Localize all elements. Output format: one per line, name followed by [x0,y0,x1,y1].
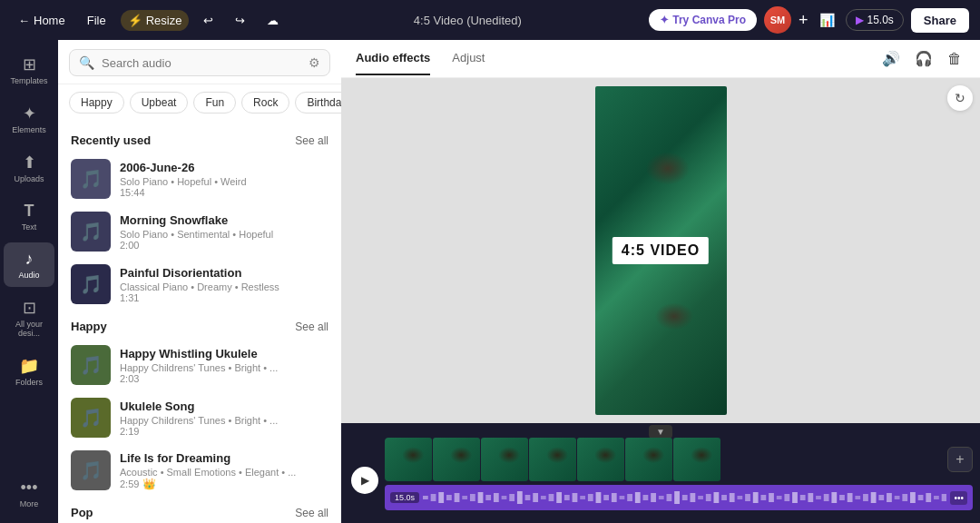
play-icon: ▶ [856,14,864,26]
try-pro-button[interactable]: ✦ Try Canva Pro [649,9,757,31]
analytics-button[interactable]: 📊 [816,9,838,31]
svg-rect-36 [706,494,711,501]
svg-rect-19 [573,493,578,502]
audio-item-life-dreaming[interactable]: 🎵 Life Is for Dreaming Acoustic • Small … [58,444,341,497]
tab-adjust[interactable]: Adjust [452,42,485,75]
redo-button[interactable]: ↪ [228,10,252,31]
svg-rect-22 [596,492,602,503]
svg-rect-65 [934,496,939,499]
audio-meta-2006: Solo Piano • Hopeful • Weird [120,176,328,187]
audio-output-button[interactable]: 🔊 [878,46,904,71]
resize-button[interactable]: ⚡ Resize [121,10,190,31]
svg-rect-12 [517,491,523,504]
tag-birthday[interactable]: Birthda… [295,92,341,113]
search-icon: 🔍 [79,55,94,70]
sidebar-item-audio[interactable]: ♪ Audio [4,242,54,287]
audio-item-painful[interactable]: 🎵 Painful Disorientation Classical Piano… [58,258,341,311]
refresh-preview-button[interactable]: ↻ [947,85,973,111]
search-input[interactable] [102,56,301,70]
svg-rect-51 [824,494,829,501]
sidebar-icons: ⊞ Templates ✦ Elements ⬆ Uploads T Text … [0,40,58,523]
play-control: ▶ [348,438,381,523]
audio-item-2006[interactable]: 🎵 2006-June-26 Solo Piano • Hopeful • We… [58,153,341,205]
svg-rect-37 [714,492,720,503]
svg-rect-20 [580,496,585,499]
folders-icon: 📁 [19,356,39,376]
uploads-icon: ⬆ [23,153,36,173]
trash-icon: 🗑 [947,51,962,66]
audio-more-button[interactable]: ••• [950,491,967,505]
timeline-collapse-button[interactable]: ▼ [649,425,672,439]
add-collaborator-button[interactable]: + [799,11,808,30]
happy-see-all[interactable]: See all [295,321,328,333]
share-button[interactable]: Share [911,8,969,33]
tab-audio-effects[interactable]: Audio effects [356,42,430,75]
undo-button[interactable]: ↩ [196,10,220,31]
svg-rect-25 [620,496,625,499]
audio-waveform [423,490,946,505]
tag-fun[interactable]: Fun [193,92,236,113]
svg-rect-11 [509,494,514,501]
audio-item-ukulele-song[interactable]: 🎵 Ukulele Song Happy Childrens' Tunes • … [58,391,341,444]
topnav-right: ✦ Try Canva Pro SM + 📊 ▶ 15.0s Share [649,6,969,34]
svg-rect-21 [588,494,593,501]
home-button[interactable]: ← Home [11,10,73,31]
add-clip-button[interactable]: + [947,447,973,472]
svg-rect-61 [902,494,907,501]
home-arrow-icon: ← [18,14,30,27]
play-time-label: 15.0s [867,14,894,26]
timeline-play-button[interactable]: ▶ [351,467,378,494]
file-label: File [87,14,106,27]
sidebar-item-uploads[interactable]: ⬆ Uploads [4,145,54,191]
sidebar-item-elements[interactable]: ✦ Elements [4,96,54,142]
audio-duration-morning: 2:00 [120,240,328,251]
audio-meta-life: Acoustic • Small Emotions • Elegant • ..… [120,467,328,478]
audio-track-row: 15.0s [385,485,973,510]
filter-icon[interactable]: ⚙ [309,55,320,70]
sidebar-item-text[interactable]: T Text [4,194,54,239]
svg-rect-32 [674,491,680,504]
templates-label: Templates [10,76,47,85]
redo-icon: ↪ [235,14,245,27]
audio-duration-ukulele: 2:19 [120,426,328,437]
frame-thumb-5 [577,438,624,481]
home-label: Home [34,14,65,27]
cloud-button[interactable]: ☁ [260,10,286,31]
avatar[interactable]: SM [764,6,791,34]
svg-rect-3 [446,495,452,500]
sidebar-item-templates[interactable]: ⊞ Templates [4,47,54,93]
audio-thumb-ukulele: 🎵 [71,398,111,438]
file-button[interactable]: File [80,10,113,31]
main-area: ⊞ Templates ✦ Elements ⬆ Uploads T Text … [0,40,980,523]
more-icon: ••• [21,479,38,498]
timeline-content: ▶ + [341,430,980,523]
sidebar-item-more[interactable]: ••• More [4,471,54,516]
designs-label: All your desi... [7,320,51,338]
tag-happy[interactable]: Happy [69,92,124,113]
sidebar-item-designs[interactable]: ⊡ All your desi... [4,291,54,345]
tag-rock[interactable]: Rock [241,92,289,113]
audio-item-whistling[interactable]: 🎵 Happy Whistling Ukulele Happy Children… [58,339,341,391]
avatar-initials: SM [770,15,786,25]
sidebar-item-folders[interactable]: 📁 Folders [4,349,54,394]
play-time-button[interactable]: ▶ 15.0s [846,9,904,31]
audio-meta-ukulele: Happy Childrens' Tunes • Bright • ... [120,415,328,426]
collapse-icon: ▼ [656,427,665,437]
pop-see-all[interactable]: See all [295,507,328,519]
svg-rect-50 [816,496,821,499]
audio-title-whistling: Happy Whistling Ukulele [120,347,328,360]
recently-used-see-all[interactable]: See all [295,134,328,147]
resize-icon: ⚡ [128,14,142,27]
delete-audio-button[interactable]: 🗑 [944,46,965,71]
headphones-button[interactable]: 🎧 [911,46,936,71]
tag-upbeat[interactable]: Upbeat [130,92,189,113]
svg-rect-7 [478,492,484,503]
audio-thumb-life: 🎵 [71,450,111,490]
svg-rect-38 [721,495,727,500]
audio-track[interactable]: 15.0s [385,485,973,510]
audio-item-morning-snowflake[interactable]: 🎵 Morning Snowflake Solo Piano • Sentime… [58,205,341,258]
frame-thumb-4 [529,438,576,481]
video-track-frames [385,438,946,481]
audio-meta-painful: Classical Piano • Dreamy • Restless [120,281,328,292]
audio-duration-life: 2:59 [120,479,139,489]
